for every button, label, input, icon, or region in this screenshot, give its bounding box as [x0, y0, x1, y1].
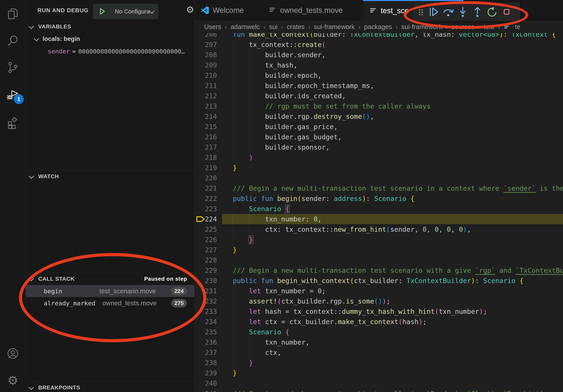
code-line[interactable]: } — [249, 358, 253, 368]
line-number[interactable]: 230 — [194, 275, 217, 286]
line-number[interactable]: 207 — [194, 39, 217, 50]
step-over-icon[interactable] — [441, 5, 455, 19]
debug-settings-gear-icon[interactable]: ⚙ — [186, 4, 194, 15]
code-line[interactable]: ctx: tx_context::new_from_hint(sender, 0… — [265, 224, 471, 235]
code-line[interactable]: builder.sender, — [265, 50, 326, 60]
code-line[interactable]: Scenario { — [249, 204, 289, 214]
breadcrumb-item[interactable]: sui — [269, 23, 277, 31]
line-number[interactable]: 216 — [194, 132, 217, 142]
line-number[interactable]: 241 — [194, 389, 217, 392]
variables-scope-row[interactable]: locals: begin — [26, 33, 194, 45]
line-number[interactable]: 222 — [194, 194, 217, 204]
line-number[interactable]: 232 — [194, 296, 217, 306]
debug-alt-icon[interactable]: 1 — [0, 84, 26, 106]
line-number[interactable]: 208 — [194, 50, 217, 60]
code-line[interactable]: builder.ids_created, — [265, 91, 346, 101]
variable-row[interactable]: sender = 0000000000000000000000000000… — [48, 46, 194, 57]
code-line[interactable]: txn_number, — [265, 337, 309, 347]
line-number[interactable]: 209 — [194, 60, 217, 70]
line-number[interactable]: 229 — [194, 265, 217, 275]
code-line[interactable]: let hash = tx_context::dummy_tx_hash_wit… — [249, 306, 487, 317]
code-line[interactable]: let txn_number = 0; — [249, 286, 326, 296]
breadcrumb-item[interactable]: sui-framework — [401, 23, 442, 31]
code-line[interactable]: Scenario { — [249, 327, 289, 337]
code-line[interactable]: // rgp must be set from the caller alway… — [265, 101, 431, 111]
restart-icon[interactable] — [485, 5, 499, 19]
extensions-icon[interactable] — [0, 112, 26, 134]
start-debugging-icon[interactable] — [93, 4, 111, 19]
account-icon[interactable] — [0, 342, 26, 365]
stop-icon[interactable] — [499, 5, 514, 19]
line-number[interactable]: 239 — [194, 368, 217, 378]
code-line[interactable]: let ctx = ctx_builder.make_tx_context(ha… — [249, 317, 427, 327]
line-number[interactable]: 217 — [194, 142, 217, 152]
line-number[interactable]: 240 — [194, 378, 217, 389]
breadcrumb-item[interactable]: packages — [364, 23, 392, 31]
line-number[interactable]: 237 — [194, 347, 217, 358]
breakpoints-section-header[interactable]: BREAKPOINTS — [26, 382, 194, 392]
line-number[interactable]: 238 — [194, 358, 217, 368]
continue-icon[interactable] — [426, 5, 441, 19]
breadcrumb-item[interactable]: adamwelc — [230, 23, 260, 31]
breadcrumb[interactable]: Users›adamwelc›sui›crates›sui-framework›… — [194, 21, 563, 33]
breadcrumb-item[interactable]: crates — [287, 23, 305, 31]
code-line[interactable]: ctx, — [265, 347, 281, 358]
code-line[interactable]: tx_context::create( — [249, 39, 326, 50]
line-number[interactable]: 223 — [194, 204, 217, 214]
breadcrumb-item[interactable]: Users — [204, 23, 221, 31]
code-line[interactable]: builder.epoch_timestamp_ms, — [265, 80, 374, 91]
call-stack-frame[interactable]: begintest_scenario.move224 — [26, 285, 194, 297]
variables-section-header[interactable]: VARIABLES — [26, 21, 194, 33]
code-line[interactable]: /// Begin a new multi-transaction test s… — [233, 265, 563, 275]
breadcrumb-item[interactable]: sui-framework — [314, 23, 355, 31]
code-line[interactable]: assert!(ctx_builder.rgp.is_some()); — [249, 296, 390, 306]
line-number[interactable]: 215 — [194, 122, 217, 132]
step-out-icon[interactable] — [470, 5, 485, 19]
code-line[interactable]: builder.epoch, — [265, 70, 322, 80]
line-number[interactable]: 219 — [194, 163, 217, 173]
line-number[interactable]: 235 — [194, 327, 217, 337]
line-number[interactable]: 226 — [194, 235, 217, 245]
code-line[interactable]: } — [233, 368, 237, 378]
call-stack-section-header[interactable]: CALL STACK Paused on step — [26, 273, 194, 285]
call-stack-frame[interactable]: already_markedowned_tests.move275 — [26, 297, 194, 309]
breadcrumb-file[interactable]: te — [515, 23, 520, 31]
code-area[interactable]: 206fun make_tx_context(builder: TxContex… — [194, 0, 563, 392]
code-line[interactable]: /// Begin a new multi-transaction test s… — [233, 183, 563, 194]
line-number[interactable]: 210 — [194, 70, 217, 80]
line-number[interactable]: 236 — [194, 337, 217, 347]
line-number[interactable]: 221 — [194, 183, 217, 194]
code-line[interactable]: /// Creates and shares system objects, a… — [233, 389, 544, 392]
line-number[interactable]: 231 — [194, 286, 217, 296]
line-number[interactable]: 224 — [194, 214, 217, 224]
code-line[interactable]: builder.gas_budget, — [265, 132, 342, 142]
code-line[interactable]: } — [233, 245, 237, 255]
line-number[interactable]: 212 — [194, 91, 217, 101]
line-number[interactable]: 211 — [194, 80, 217, 91]
line-number[interactable]: 233 — [194, 306, 217, 317]
code-line[interactable]: tx_hash, — [265, 60, 297, 70]
code-line[interactable]: builder.gas_price, — [265, 122, 338, 132]
code-line[interactable]: ) — [249, 152, 253, 163]
code-line[interactable]: public fun begin(sender: address): Scena… — [233, 194, 414, 204]
line-number[interactable]: 228 — [194, 255, 217, 265]
code-line[interactable]: } — [249, 235, 253, 245]
settings-gear-icon[interactable]: ⚙ — [0, 369, 26, 392]
line-number[interactable]: 225 — [194, 224, 217, 235]
code-line[interactable]: } — [233, 163, 237, 173]
tab-welcome[interactable]: Welcome — [194, 0, 262, 21]
line-number[interactable]: 234 — [194, 317, 217, 327]
search-icon[interactable] — [0, 30, 26, 52]
line-number[interactable]: 214 — [194, 111, 217, 122]
debug-config-dropdown[interactable]: No Configura — [93, 4, 158, 19]
code-line[interactable]: txn_number: 0, — [265, 214, 322, 224]
breadcrumb-item[interactable]: test — [484, 23, 494, 31]
files-icon[interactable] — [0, 3, 26, 25]
source-control-icon[interactable] — [0, 56, 26, 78]
line-number[interactable]: 220 — [194, 173, 217, 183]
code-line[interactable]: public fun begin_with_context(ctx_builde… — [233, 275, 524, 286]
watch-section-header[interactable]: WATCH — [26, 170, 194, 182]
step-into-icon[interactable] — [456, 5, 470, 19]
code-line[interactable]: builder.sponsor, — [265, 142, 330, 152]
line-number[interactable]: 213 — [194, 101, 217, 111]
